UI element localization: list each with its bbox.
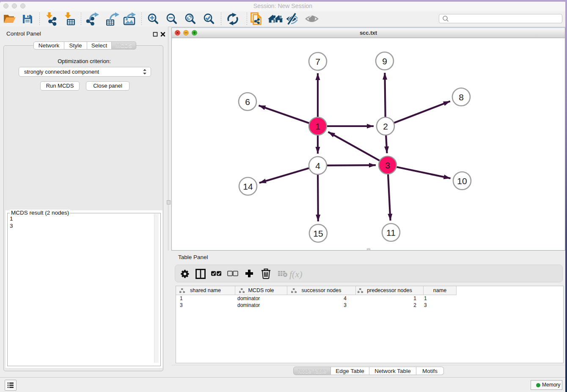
svg-text:7: 7 [315, 57, 320, 66]
svg-text:3: 3 [385, 160, 390, 170]
svg-text:11: 11 [386, 228, 396, 237]
svg-text:10: 10 [457, 176, 467, 186]
svg-text:14: 14 [243, 182, 253, 191]
svg-text:1: 1 [315, 121, 320, 131]
svg-text:2: 2 [383, 121, 388, 131]
svg-text:6: 6 [245, 97, 250, 107]
svg-text:15: 15 [313, 229, 323, 238]
svg-text:9: 9 [382, 56, 387, 66]
svg-text:f(x): f(x) [289, 269, 303, 279]
svg-text:4: 4 [315, 161, 320, 171]
svg-text:8: 8 [459, 92, 464, 102]
